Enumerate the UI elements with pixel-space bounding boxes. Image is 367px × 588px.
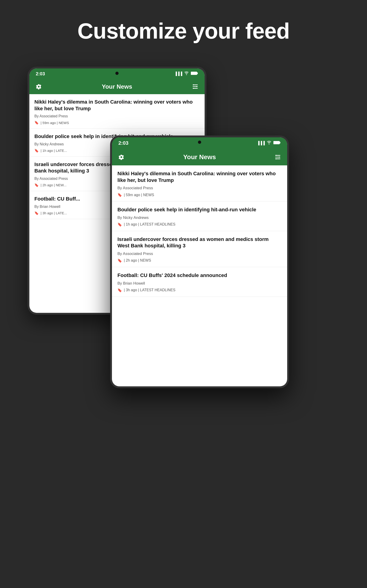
- camera-notch-front: [198, 141, 201, 144]
- camera-notch-back: [115, 72, 119, 75]
- signal-icon-back: ▐▐▐: [174, 72, 182, 76]
- news-author-front-4: By Brian Howell: [117, 281, 282, 286]
- news-meta-front-4: 🔖 | 3h ago | LATEST HEADLINES: [117, 288, 282, 292]
- svg-rect-5: [273, 141, 280, 144]
- news-meta-back-1: 🔖 | 59m ago | NEWS: [34, 121, 200, 125]
- news-author-front-2: By Nicky Andrews: [117, 216, 282, 220]
- news-item-front-4[interactable]: Football: CU Buffs' 2024 schedule announ…: [112, 267, 287, 297]
- news-feed-front: Nikki Haley's dilemma in South Carolina:…: [112, 165, 287, 386]
- tablet-front-screen: 2:03 ▐▐▐: [112, 137, 287, 386]
- svg-point-3: [193, 88, 194, 89]
- news-time-front-1: | 59m ago | NEWS: [124, 193, 154, 197]
- news-meta-front-2: 🔖 | 1h ago | LATEST HEADLINES: [117, 222, 282, 227]
- news-author-front-3: By Associated Press: [117, 251, 282, 256]
- bookmark-icon-back-1[interactable]: 🔖: [34, 121, 39, 125]
- svg-point-9: [279, 157, 280, 157]
- news-headline-front-3: Israeli undercover forces dressed as wom…: [117, 236, 282, 249]
- news-time-front-3: | 2h ago | NEWS: [124, 258, 151, 262]
- app-header-front: Your News: [112, 149, 287, 165]
- settings-icon-back[interactable]: [36, 84, 42, 90]
- status-time-back: 2:03: [36, 71, 45, 77]
- news-item-front-3[interactable]: Israeli undercover forces dressed as wom…: [112, 231, 287, 267]
- news-time-back-2: | 1h ago | LATE...: [41, 149, 67, 153]
- news-headline-front-1: Nikki Haley's dilemma in South Carolina:…: [117, 170, 282, 183]
- status-time-front: 2:03: [118, 140, 128, 146]
- news-time-front-4: | 3h ago | LATEST HEADLINES: [124, 288, 175, 292]
- signal-icon-front: ▐▐▐: [257, 141, 265, 145]
- news-headline-front-4: Football: CU Buffs' 2024 schedule announ…: [117, 272, 282, 279]
- bookmark-icon-front-3[interactable]: 🔖: [117, 258, 122, 263]
- news-meta-front-3: 🔖 | 2h ago | NEWS: [117, 258, 282, 263]
- news-time-back-3: | 2h ago | NEW...: [41, 183, 67, 187]
- news-item-front-1[interactable]: Nikki Haley's dilemma in South Carolina:…: [112, 165, 287, 201]
- settings-icon-front[interactable]: [118, 154, 124, 160]
- battery-icon-front: [273, 141, 281, 145]
- news-author-back-1: By Associated Press: [34, 114, 200, 118]
- bookmark-icon-front-4[interactable]: 🔖: [117, 288, 122, 292]
- wifi-icon-back: [184, 71, 189, 76]
- bookmark-icon-back-4[interactable]: 🔖: [34, 211, 39, 215]
- app-title-back: Your News: [102, 83, 132, 90]
- bookmark-icon-back-2[interactable]: 🔖: [34, 149, 39, 153]
- filter-icon-front[interactable]: [275, 154, 281, 160]
- svg-rect-1: [197, 72, 198, 74]
- devices-container: 2:03 ▐▐▐: [23, 67, 344, 526]
- svg-rect-6: [280, 142, 281, 143]
- svg-point-7: [275, 155, 276, 156]
- svg-point-8: [275, 158, 276, 159]
- battery-icon-back: [191, 71, 198, 76]
- news-time-front-2: | 1h ago | LATEST HEADLINES: [124, 222, 175, 226]
- news-item-front-2[interactable]: Boulder police seek help in identifying …: [112, 201, 287, 231]
- news-time-back-4: | 3h ago | LATE...: [41, 211, 67, 215]
- filter-icon-back[interactable]: [192, 84, 198, 90]
- app-title-front: Your News: [183, 153, 216, 161]
- news-time-back-1: | 59m ago | NEWS: [41, 121, 69, 125]
- news-headline-front-2: Boulder police seek help in identifying …: [117, 207, 282, 213]
- app-header-back: Your News: [29, 79, 205, 94]
- wifi-icon-front: [267, 141, 272, 145]
- status-icons-front: ▐▐▐: [257, 141, 281, 145]
- tablet-front: 2:03 ▐▐▐: [110, 136, 289, 388]
- news-author-front-1: By Associated Press: [117, 186, 282, 190]
- bookmark-icon-front-1[interactable]: 🔖: [117, 193, 122, 197]
- svg-point-2: [193, 84, 194, 85]
- bookmark-icon-front-2[interactable]: 🔖: [117, 222, 122, 227]
- news-headline-back-1: Nikki Haley's dilemma in South Carolina:…: [34, 99, 200, 112]
- status-icons-back: ▐▐▐: [174, 71, 198, 76]
- bookmark-icon-back-3[interactable]: 🔖: [34, 183, 39, 187]
- news-meta-front-1: 🔖 | 59m ago | NEWS: [117, 193, 282, 197]
- svg-rect-0: [191, 72, 197, 75]
- page-title: Customize your feed: [77, 18, 290, 44]
- news-item-back-1[interactable]: Nikki Haley's dilemma in South Carolina:…: [29, 94, 205, 129]
- svg-point-4: [196, 86, 197, 87]
